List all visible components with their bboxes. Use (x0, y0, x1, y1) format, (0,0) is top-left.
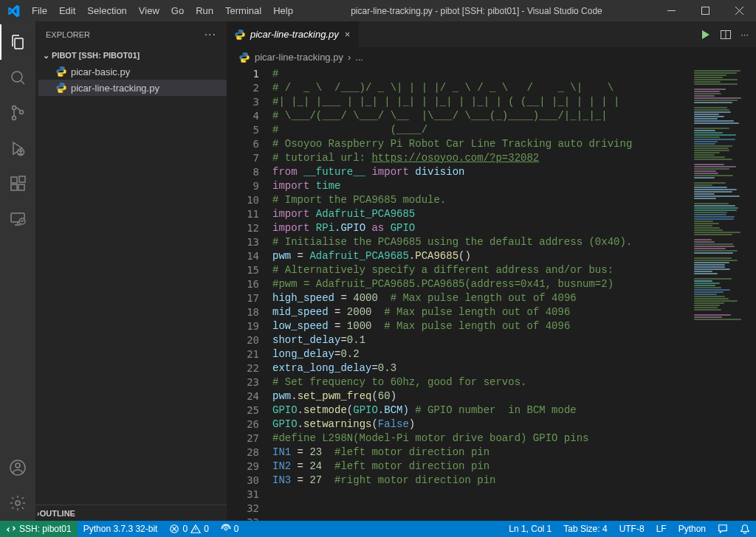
tab-size[interactable]: Tab Size: 4 (557, 521, 613, 537)
python-file-icon (55, 81, 68, 94)
chevron-down-icon: ⌄ (40, 51, 52, 60)
ports-indicator[interactable]: 0 (215, 521, 245, 537)
explorer-title: EXPLORER (46, 30, 90, 39)
remote-label: SSH: pibot01 (19, 524, 72, 534)
minimize-button[interactable] (654, 0, 688, 21)
run-file-icon[interactable] (699, 29, 711, 41)
menu-run[interactable]: Run (190, 0, 219, 21)
outline-section[interactable]: › OUTLINE (35, 505, 227, 521)
split-editor-icon[interactable] (720, 29, 732, 41)
svg-point-19 (224, 527, 227, 530)
extensions-icon[interactable] (0, 166, 35, 201)
maximize-button[interactable] (688, 0, 722, 21)
explorer-more-icon[interactable]: ··· (205, 28, 216, 41)
outline-label: OUTLINE (40, 509, 75, 518)
menu-file[interactable]: File (26, 0, 53, 21)
editor-body[interactable]: 1234567891011121314151617181920212223242… (227, 67, 756, 521)
svg-point-15 (16, 501, 20, 505)
run-debug-icon[interactable] (0, 131, 35, 166)
minimap[interactable] (690, 67, 756, 521)
svg-point-2 (12, 72, 22, 82)
titlebar: File Edit Selection View Go Run Terminal… (0, 0, 756, 21)
python-file-icon (55, 65, 68, 78)
svg-rect-0 (667, 10, 676, 11)
python-file-icon (238, 52, 250, 63)
svg-point-14 (16, 463, 20, 468)
menu-view[interactable]: View (133, 0, 165, 21)
app-logo (0, 4, 26, 18)
python-file-icon (234, 29, 246, 41)
tab-active[interactable]: picar-line-tracking.py × (227, 21, 360, 47)
activity-bar (0, 21, 35, 521)
breadcrumbs[interactable]: picar-line-tracking.py › ... (227, 47, 756, 67)
code-content[interactable]: ## / _ \ /___)/ _ \| | | |/ _ \ / _ \ / … (272, 67, 690, 521)
search-icon[interactable] (0, 60, 35, 95)
menu-help[interactable]: Help (267, 0, 299, 21)
workspace-root[interactable]: ⌄ PIBOT [SSH: PIBOT01] (38, 47, 227, 63)
file-item-picar-line-tracking[interactable]: picar-line-tracking.py (38, 80, 227, 96)
menu-terminal[interactable]: Terminal (219, 0, 267, 21)
svg-rect-9 (18, 184, 24, 190)
tab-close-icon[interactable]: × (343, 29, 352, 40)
file-label: picar-basic.py (71, 66, 130, 77)
feedback-icon[interactable] (712, 521, 734, 537)
svg-rect-7 (11, 177, 17, 183)
menu-go[interactable]: Go (165, 0, 190, 21)
python-version[interactable]: Python 3.7.3 32-bit (78, 521, 164, 537)
svg-point-3 (13, 106, 16, 110)
editor-region: picar-line-tracking.py × ··· picar-line-… (227, 21, 756, 521)
remote-indicator[interactable]: SSH: pibot01 (0, 521, 78, 537)
workspace-root-label: PIBOT [SSH: PIBOT01] (52, 51, 140, 60)
menu-bar: File Edit Selection View Go Run Terminal… (26, 0, 299, 21)
explorer-sidebar: EXPLORER ··· ⌄ PIBOT [SSH: PIBOT01] pica… (35, 21, 227, 521)
encoding[interactable]: UTF-8 (614, 521, 650, 537)
file-label: picar-line-tracking.py (71, 83, 159, 94)
window-title: picar-line-tracking.py - pibot [SSH: pib… (299, 6, 654, 16)
line-numbers: 1234567891011121314151617181920212223242… (227, 67, 272, 521)
notifications-icon[interactable] (734, 521, 756, 537)
file-item-picar-basic[interactable]: picar-basic.py (38, 63, 227, 80)
editor-more-icon[interactable]: ··· (740, 29, 749, 40)
tab-label: picar-line-tracking.py (250, 29, 339, 40)
eol[interactable]: LF (650, 521, 673, 537)
svg-rect-8 (11, 184, 17, 190)
svg-rect-10 (19, 176, 25, 182)
svg-point-4 (13, 117, 16, 120)
menu-selection[interactable]: Selection (81, 0, 132, 21)
close-button[interactable] (722, 0, 756, 21)
breadcrumb-rest: ... (355, 52, 363, 63)
svg-point-5 (20, 111, 24, 114)
cursor-position[interactable]: Ln 1, Col 1 (503, 521, 557, 537)
status-bar: SSH: pibot01 Python 3.7.3 32-bit 0 0 0 L… (0, 521, 756, 537)
remote-explorer-icon[interactable] (0, 201, 35, 237)
settings-gear-icon[interactable] (0, 485, 35, 521)
menu-edit[interactable]: Edit (53, 0, 81, 21)
language-mode[interactable]: Python (673, 521, 712, 537)
explorer-icon[interactable] (0, 24, 35, 60)
svg-rect-1 (701, 7, 709, 15)
tab-bar: picar-line-tracking.py × ··· (227, 21, 756, 47)
breadcrumb-file: picar-line-tracking.py (255, 52, 343, 63)
window-controls (654, 0, 756, 21)
source-control-icon[interactable] (0, 95, 35, 131)
accounts-icon[interactable] (0, 450, 35, 485)
problems-indicator[interactable]: 0 0 (163, 521, 214, 537)
breadcrumb-sep: › (348, 52, 351, 63)
